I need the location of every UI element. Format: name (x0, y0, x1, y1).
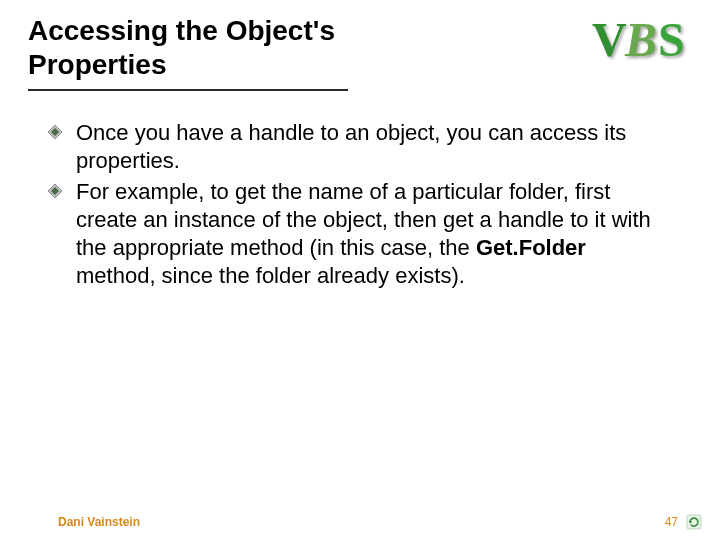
bullet-text: Once you have a handle to an object, you… (76, 119, 666, 175)
logo-letter-b: B (625, 12, 657, 67)
content-area: Once you have a handle to an object, you… (28, 119, 692, 290)
list-item: For example, to get the name of a partic… (48, 178, 692, 291)
header: Accessing the Object's Properties V B S (28, 14, 692, 91)
bullet-text: For example, to get the name of a partic… (76, 178, 666, 291)
list-item: Once you have a handle to an object, you… (48, 119, 692, 175)
page-number: 47 (665, 515, 678, 529)
footer: Dani Vainstein 47 (0, 514, 720, 530)
bullet-text-bold: Get.Folder (476, 235, 586, 260)
author-name: Dani Vainstein (58, 515, 140, 529)
slide: Accessing the Object's Properties V B S … (0, 0, 720, 540)
slide-title: Accessing the Object's Properties (28, 14, 348, 91)
diamond-bullet-icon (48, 184, 62, 198)
logo-letter-s: S (658, 12, 685, 67)
vbs-logo: V B S (592, 12, 702, 72)
refresh-icon (686, 514, 702, 530)
bullet-text-after: method, since the folder already exists)… (76, 263, 465, 288)
footer-right: 47 (665, 514, 702, 530)
logo-letter-v: V (592, 12, 627, 67)
diamond-bullet-icon (48, 125, 62, 139)
